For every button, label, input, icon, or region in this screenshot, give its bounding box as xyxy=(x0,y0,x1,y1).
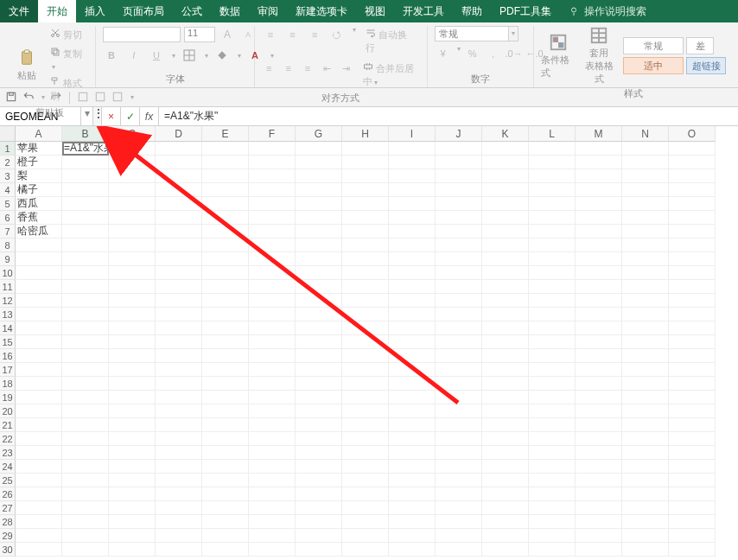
cell[interactable] xyxy=(342,321,389,335)
cell[interactable] xyxy=(482,418,529,432)
cell[interactable] xyxy=(342,280,389,294)
cell[interactable] xyxy=(156,349,202,363)
cell[interactable] xyxy=(202,432,249,446)
cell[interactable] xyxy=(576,335,622,349)
cell[interactable] xyxy=(482,487,529,501)
row-header[interactable]: 21 xyxy=(0,418,16,432)
cell[interactable] xyxy=(156,335,202,349)
cell[interactable] xyxy=(249,211,296,225)
fbar-handle[interactable]: ⋮ xyxy=(93,107,102,125)
cell[interactable] xyxy=(342,266,389,280)
cell[interactable] xyxy=(202,142,249,156)
cell[interactable] xyxy=(482,308,529,321)
cell[interactable] xyxy=(576,515,622,529)
row-header[interactable]: 9 xyxy=(0,252,16,266)
cell[interactable] xyxy=(622,501,669,515)
cell[interactable] xyxy=(529,349,576,363)
cell[interactable] xyxy=(249,418,296,432)
cell[interactable] xyxy=(156,239,202,252)
cell[interactable] xyxy=(109,349,156,363)
cell[interactable] xyxy=(296,142,342,156)
cell[interactable] xyxy=(16,418,62,432)
cell[interactable] xyxy=(109,211,156,225)
cell[interactable] xyxy=(16,474,62,487)
cell[interactable] xyxy=(576,432,622,446)
cell[interactable] xyxy=(62,391,109,404)
cell[interactable] xyxy=(622,529,669,543)
cell[interactable] xyxy=(16,363,62,377)
cell[interactable] xyxy=(109,308,156,321)
cell[interactable] xyxy=(622,239,669,252)
cell[interactable] xyxy=(156,474,202,487)
column-header[interactable]: F xyxy=(249,126,296,142)
cell[interactable] xyxy=(576,169,622,183)
column-header[interactable]: N xyxy=(622,126,669,142)
cell[interactable] xyxy=(622,363,669,377)
cell[interactable] xyxy=(482,280,529,294)
cell[interactable] xyxy=(482,335,529,349)
merge-center-button[interactable]: 合并后居中▾ xyxy=(359,60,420,90)
cell[interactable] xyxy=(389,252,436,266)
cell[interactable] xyxy=(482,169,529,183)
cell[interactable] xyxy=(156,266,202,280)
cell[interactable] xyxy=(529,169,576,183)
cell[interactable] xyxy=(436,156,482,169)
cell[interactable] xyxy=(622,391,669,404)
cell[interactable] xyxy=(296,169,342,183)
cell[interactable] xyxy=(342,225,389,239)
cell[interactable] xyxy=(436,487,482,501)
cell[interactable] xyxy=(202,308,249,321)
row-header[interactable]: 4 xyxy=(0,183,16,197)
column-header[interactable]: H xyxy=(342,126,389,142)
cell[interactable] xyxy=(669,169,716,183)
row-header[interactable]: 22 xyxy=(0,432,16,446)
cell[interactable] xyxy=(389,308,436,321)
cell[interactable] xyxy=(249,432,296,446)
cell[interactable] xyxy=(109,377,156,391)
cell[interactable] xyxy=(202,529,249,543)
cell[interactable] xyxy=(342,349,389,363)
cell[interactable] xyxy=(576,156,622,169)
cell[interactable] xyxy=(529,308,576,321)
cell[interactable] xyxy=(529,446,576,460)
conditional-formatting-button[interactable]: 条件格式 xyxy=(541,33,576,80)
column-header[interactable]: O xyxy=(669,126,716,142)
column-header[interactable]: I xyxy=(389,126,436,142)
cell[interactable] xyxy=(202,156,249,169)
cell[interactable] xyxy=(62,501,109,515)
cell[interactable] xyxy=(482,529,529,543)
paste-button[interactable]: 粘贴 xyxy=(12,48,41,82)
cell[interactable] xyxy=(249,252,296,266)
cell[interactable] xyxy=(109,501,156,515)
cell[interactable] xyxy=(482,432,529,446)
cell[interactable] xyxy=(482,391,529,404)
cell[interactable] xyxy=(249,515,296,529)
cell[interactable] xyxy=(249,225,296,239)
cell[interactable] xyxy=(156,460,202,474)
cell[interactable] xyxy=(622,432,669,446)
cell[interactable] xyxy=(62,404,109,418)
cell[interactable] xyxy=(62,487,109,501)
font-family-select[interactable] xyxy=(103,27,181,42)
tab-公式[interactable]: 公式 xyxy=(173,0,211,22)
cell[interactable] xyxy=(62,432,109,446)
cell[interactable] xyxy=(576,197,622,211)
cell[interactable] xyxy=(622,266,669,280)
cell[interactable] xyxy=(109,363,156,377)
cell[interactable] xyxy=(62,529,109,543)
cell[interactable] xyxy=(62,474,109,487)
cell[interactable] xyxy=(622,294,669,308)
cell[interactable] xyxy=(156,543,202,557)
cell[interactable] xyxy=(296,529,342,543)
cell[interactable] xyxy=(16,308,62,321)
cell[interactable] xyxy=(622,308,669,321)
cell[interactable] xyxy=(342,363,389,377)
cell[interactable] xyxy=(576,225,622,239)
cell[interactable] xyxy=(296,418,342,432)
cell[interactable] xyxy=(342,404,389,418)
cell[interactable] xyxy=(669,501,716,515)
cell[interactable] xyxy=(669,487,716,501)
cell[interactable] xyxy=(529,460,576,474)
cell[interactable]: 哈密瓜 xyxy=(16,225,62,239)
cell[interactable] xyxy=(202,252,249,266)
